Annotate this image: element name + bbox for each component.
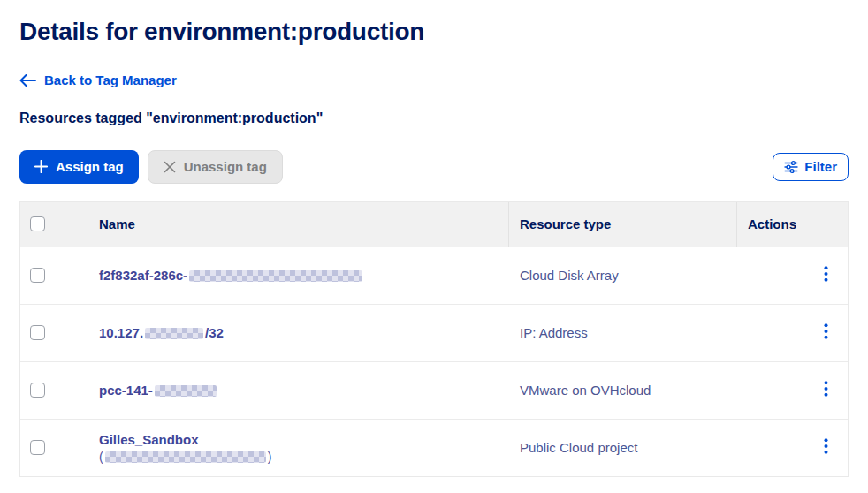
resource-type: Cloud Disk Array	[509, 268, 737, 283]
back-to-tag-manager-link[interactable]: Back to Tag Manager	[19, 72, 177, 87]
row-checkbox[interactable]	[30, 383, 45, 398]
resource-name-text: (	[99, 450, 103, 464]
table-row: pcc-141- VMware on OVHcloud	[20, 361, 848, 419]
plus-icon	[34, 160, 48, 173]
column-header-name: Name	[88, 202, 509, 246]
kebab-vertical-icon	[824, 323, 828, 342]
kebab-vertical-icon	[824, 381, 828, 399]
resource-name-text: f2f832af-286c-	[99, 268, 187, 283]
filter-button[interactable]: Filter	[773, 153, 849, 181]
table-body: f2f832af-286c- Cloud Disk Array 10.127./…	[20, 246, 848, 476]
unassign-tag-button[interactable]: Unassign tag	[148, 150, 283, 184]
resource-name-text: 10.127.	[99, 325, 143, 340]
resources-table: Name Resource type Actions f2f832af-286c…	[19, 201, 849, 477]
row-checkbox-cell	[20, 440, 88, 455]
resource-type: IP: Address	[509, 325, 737, 340]
resource-name: Gilles_Sandbox()	[88, 423, 509, 473]
row-actions-menu-button[interactable]	[814, 263, 837, 286]
row-checkbox-cell	[20, 325, 88, 340]
redacted-text	[145, 328, 203, 339]
page: Details for environment:production Back …	[0, 0, 868, 493]
toolbar: Assign tag Unassign tag	[19, 150, 849, 184]
resource-name-text: /32	[205, 325, 224, 340]
row-checkbox-cell	[20, 383, 88, 398]
resource-type: Public Cloud project	[509, 440, 737, 455]
arrow-left-icon	[19, 74, 36, 87]
resource-name: pcc-141-	[88, 374, 509, 406]
row-checkbox[interactable]	[30, 268, 45, 283]
table-row: f2f832af-286c- Cloud Disk Array	[20, 246, 848, 304]
table-row: Gilles_Sandbox() Public Cloud project	[20, 419, 848, 476]
resource-type: VMware on OVHcloud	[509, 383, 737, 398]
row-actions-menu-button[interactable]	[814, 379, 837, 402]
resource-name: 10.127./32	[88, 316, 509, 349]
resource-name-text: pcc-141-	[99, 383, 153, 398]
resource-name-text: Gilles_Sandbox	[99, 432, 199, 447]
kebab-vertical-icon	[824, 266, 828, 284]
cross-icon	[164, 161, 176, 173]
row-checkbox[interactable]	[30, 325, 45, 340]
table-header-checkbox-cell	[20, 202, 88, 246]
table-row: 10.127./32 IP: Address	[20, 304, 848, 361]
unassign-tag-label: Unassign tag	[184, 159, 267, 174]
sliders-filter-icon	[784, 160, 798, 174]
table-header-row: Name Resource type Actions	[20, 202, 848, 246]
assign-tag-label: Assign tag	[56, 159, 124, 174]
column-header-actions: Actions	[737, 202, 848, 246]
row-actions-cell	[737, 379, 848, 402]
resource-name: f2f832af-286c-	[88, 259, 509, 292]
row-actions-cell	[737, 436, 848, 459]
redacted-text	[105, 451, 266, 463]
resource-name-text: )	[268, 450, 272, 464]
row-checkbox[interactable]	[30, 440, 45, 455]
row-actions-cell	[737, 263, 848, 286]
redacted-text	[189, 270, 362, 282]
filter-label: Filter	[804, 159, 837, 174]
column-header-resource-type: Resource type	[509, 202, 737, 246]
select-all-checkbox[interactable]	[30, 216, 45, 231]
row-actions-menu-button[interactable]	[814, 436, 837, 459]
row-actions-cell	[737, 322, 848, 345]
back-link-label: Back to Tag Manager	[44, 72, 177, 87]
assign-tag-button[interactable]: Assign tag	[19, 150, 139, 184]
page-subtitle: Resources tagged "environment:production…	[19, 110, 849, 126]
row-actions-menu-button[interactable]	[814, 322, 837, 345]
redacted-text	[155, 385, 217, 397]
page-title: Details for environment:production	[19, 18, 849, 46]
kebab-vertical-icon	[824, 438, 828, 457]
row-checkbox-cell	[20, 268, 88, 283]
